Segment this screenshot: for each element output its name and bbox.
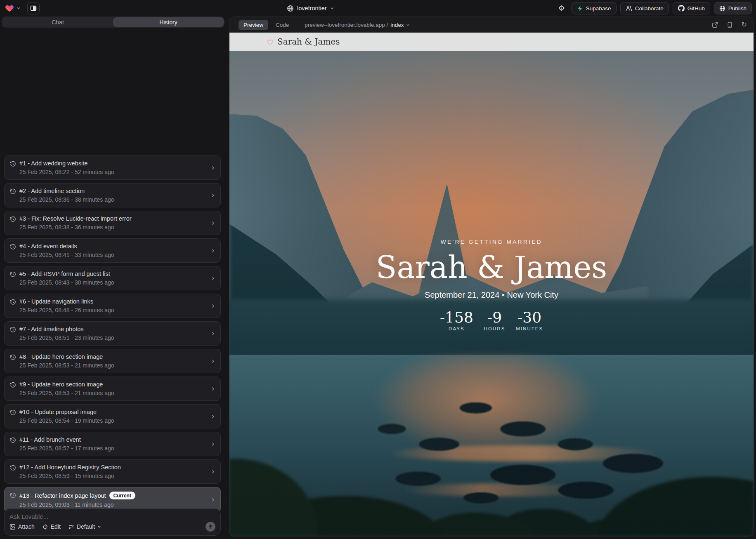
chevron-right-icon — [210, 248, 215, 253]
image-icon — [9, 524, 16, 530]
site-logo[interactable]: Sarah & James — [267, 37, 340, 47]
countdown-unit: -158 DAYS — [440, 310, 473, 332]
site-header: Sarah & James — [229, 33, 754, 51]
project-selector[interactable]: lovefrontier — [287, 0, 334, 16]
history-item[interactable]: #10 - Update proposal image 25 Feb 2025,… — [4, 404, 221, 428]
countdown-label: MINUTES — [516, 326, 543, 331]
history-item-timestamp: 25 Feb 2025, 08:51 - 23 minutes ago — [19, 334, 210, 341]
history-item[interactable]: #3 - Fix: Resolve Lucide-react import er… — [4, 211, 221, 235]
history-item-body: #11 - Add brunch event 25 Feb 2025, 08:5… — [19, 436, 210, 452]
history-clock-icon — [10, 188, 16, 195]
hero-title: Sarah & James — [376, 252, 607, 284]
github-button[interactable]: GitHub — [673, 2, 710, 14]
chevron-down-icon[interactable] — [17, 6, 21, 10]
collaborate-button[interactable]: Collaborate — [620, 2, 669, 14]
publish-globe-icon — [719, 5, 725, 12]
supabase-button[interactable]: Supabase — [572, 2, 617, 14]
history-item-body: #9 - Update hero section image 25 Feb 20… — [19, 381, 210, 396]
chevron-right-icon — [210, 414, 215, 419]
attach-label: Attach — [18, 523, 35, 530]
history-item[interactable]: #12 - Add Honeyfund Registry Section 25 … — [4, 459, 221, 484]
countdown-unit: -9 HOURS — [484, 310, 506, 332]
countdown-label: HOURS — [484, 326, 506, 331]
publish-label: Publish — [728, 5, 747, 12]
history-list: #1 - Add wedding website 25 Feb 2025, 08… — [4, 155, 221, 516]
history-item-body: #8 - Update hero section image 25 Feb 20… — [19, 353, 210, 369]
mode-label: Default — [77, 523, 95, 530]
attach-button[interactable]: Attach — [9, 523, 35, 530]
history-clock-icon — [10, 354, 16, 360]
preview-url-host: preview--lovefrontier.lovable.app / — [305, 22, 388, 28]
history-item[interactable]: #6 - Update navigation links 25 Feb 2025… — [4, 294, 221, 318]
history-clock-icon — [10, 437, 16, 443]
history-item[interactable]: #7 - Add timeline photos 25 Feb 2025, 08… — [4, 321, 221, 346]
mode-select[interactable]: Default — [68, 523, 101, 530]
history-item-title: #9 - Update hero section image — [19, 381, 103, 388]
chevron-right-icon — [210, 221, 215, 226]
chevron-right-icon — [210, 359, 215, 364]
history-item[interactable]: #5 - Add RSVP form and guest list 25 Feb… — [4, 266, 221, 290]
history-item-timestamp: 25 Feb 2025, 08:54 - 19 minutes ago — [19, 417, 210, 424]
hero-eyebrow: WE'RE GETTING MARRIED — [441, 239, 542, 245]
topbar-left — [5, 2, 40, 14]
tab-code[interactable]: Code — [276, 22, 289, 28]
history-item-timestamp: 25 Feb 2025, 08:43 - 30 minutes ago — [19, 279, 210, 286]
history-item-body: #12 - Add Honeyfund Registry Section 25 … — [19, 464, 210, 479]
history-item[interactable]: #1 - Add wedding website 25 Feb 2025, 08… — [4, 155, 221, 180]
history-item-body: #13 - Refactor index page layout Current… — [19, 492, 210, 508]
chevron-right-icon — [210, 193, 215, 198]
ask-lovable-input[interactable] — [9, 513, 215, 520]
supabase-label: Supabase — [586, 5, 611, 12]
hero-section: WE'RE GETTING MARRIED Sarah & James Sept… — [229, 239, 754, 331]
github-icon — [678, 5, 685, 12]
history-clock-icon — [10, 465, 16, 471]
history-item-body: #3 - Fix: Resolve Lucide-react import er… — [19, 215, 210, 231]
crosshair-icon — [42, 524, 48, 530]
history-item-title: #4 - Add event details — [19, 243, 77, 249]
history-item-timestamp: 25 Feb 2025, 08:48 - 26 minutes ago — [19, 307, 210, 313]
countdown-unit: -30 MINUTES — [516, 310, 543, 332]
history-item-title: #11 - Add brunch event — [19, 436, 81, 443]
send-button[interactable] — [206, 522, 215, 532]
tab-history[interactable]: History — [113, 17, 224, 27]
history-clock-icon — [10, 492, 16, 499]
countdown: -158 DAYS -9 HOURS -30 MINUTES — [440, 310, 543, 332]
countdown-value: -9 — [487, 310, 502, 325]
preview-tools: ↻ — [712, 21, 747, 28]
collaborate-label: Collaborate — [635, 5, 664, 12]
history-item[interactable]: #4 - Add event details 25 Feb 2025, 08:4… — [4, 238, 221, 263]
history-item[interactable]: #8 - Update hero section image 25 Feb 20… — [4, 349, 221, 373]
toggle-sidebar-button[interactable] — [27, 2, 40, 14]
history-item-title: #3 - Fix: Resolve Lucide-react import er… — [19, 215, 132, 222]
mobile-view-icon[interactable] — [727, 22, 732, 28]
users-icon — [626, 5, 632, 12]
tab-preview[interactable]: Preview — [239, 20, 268, 30]
preview-url[interactable]: preview--lovefrontier.lovable.app / inde… — [305, 22, 410, 28]
publish-button[interactable]: Publish — [714, 2, 752, 14]
preview-url-page: index — [390, 22, 404, 28]
tab-chat[interactable]: Chat — [2, 17, 113, 27]
history-item[interactable]: #11 - Add brunch event 25 Feb 2025, 08:5… — [4, 432, 221, 456]
history-item-title: #10 - Update proposal image — [19, 409, 97, 415]
history-item-body: #5 - Add RSVP form and guest list 25 Feb… — [19, 271, 210, 286]
chevron-down-icon — [330, 6, 334, 10]
history-clock-icon — [10, 161, 16, 167]
history-item-title: #2 - Add timeline section — [19, 188, 85, 194]
refresh-icon[interactable]: ↻ — [742, 21, 747, 28]
lovable-logo-icon[interactable] — [5, 4, 14, 13]
history-item-timestamp: 25 Feb 2025, 08:57 - 17 minutes ago — [19, 445, 210, 452]
history-clock-icon — [10, 244, 16, 250]
chevron-right-icon — [210, 497, 215, 502]
hero-date: September 21, 2024 • New York City — [425, 290, 558, 300]
settings-gear-icon[interactable]: ⚙ — [555, 2, 568, 14]
history-item[interactable]: #2 - Add timeline section 25 Feb 2025, 0… — [4, 183, 221, 207]
history-item-title: #5 - Add RSVP form and guest list — [19, 271, 110, 277]
sliders-icon — [68, 524, 74, 530]
history-item-body: #2 - Add timeline section 25 Feb 2025, 0… — [19, 188, 210, 203]
edit-button[interactable]: Edit — [42, 523, 61, 530]
history-item-body: #4 - Add event details 25 Feb 2025, 08:4… — [19, 243, 210, 258]
history-item-title: #13 - Refactor index page layout — [19, 492, 106, 499]
history-item[interactable]: #9 - Update hero section image 25 Feb 20… — [4, 377, 221, 401]
open-external-icon[interactable] — [712, 22, 718, 28]
history-clock-icon — [10, 327, 16, 333]
